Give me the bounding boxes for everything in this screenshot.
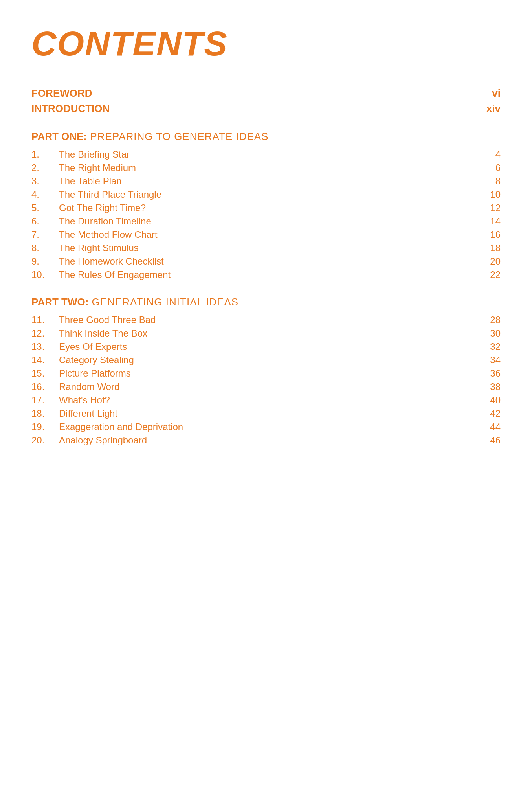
part-2-header: PART TWO: GENERATING INITIAL IDEAS (31, 296, 501, 308)
entry-left: 6.The Duration Timeline (31, 216, 477, 227)
entry-title: The Right Medium (59, 162, 136, 173)
entry-left: 20.Analogy Springboard (31, 435, 477, 446)
entry-left: 1.The Briefing Star (31, 149, 477, 160)
entry-number: 7. (31, 229, 59, 240)
entry-left: 10.The Rules Of Engagement (31, 269, 477, 280)
table-row: 1.The Briefing Star4 (31, 149, 501, 160)
foreword-page: vi (492, 87, 501, 99)
entry-number: 1. (31, 149, 59, 160)
part-2-section: PART TWO: GENERATING INITIAL IDEAS11.Thr… (31, 296, 501, 446)
entry-page: 12 (485, 202, 501, 213)
part-1-header: PART ONE: PREPARING TO GENERATE IDEAS (31, 131, 501, 143)
entry-left: 16.Random Word (31, 381, 477, 392)
entry-left: 3.The Table Plan (31, 176, 477, 187)
entry-title: What's Hot? (59, 395, 110, 406)
entry-page: 36 (485, 368, 501, 379)
entry-page: 42 (485, 408, 501, 419)
foreword-label: FOREWORD (31, 87, 92, 99)
entry-page: 18 (485, 243, 501, 254)
introduction-row: INTRODUCTION xiv (31, 103, 501, 115)
entry-page: 46 (485, 435, 501, 446)
entry-page: 38 (485, 381, 501, 392)
entry-page: 16 (485, 229, 501, 240)
table-row: 13.Eyes Of Experts32 (31, 341, 501, 352)
entry-left: 18.Different Light (31, 408, 477, 419)
entry-left: 12.Think Inside The Box (31, 328, 477, 339)
entry-number: 8. (31, 243, 59, 254)
part-1-label: PART ONE: PREPARING TO GENERATE IDEAS (31, 131, 268, 142)
parts-container: PART ONE: PREPARING TO GENERATE IDEAS1.T… (31, 131, 501, 446)
entry-number: 16. (31, 381, 59, 392)
entry-title: The Homework Checklist (59, 256, 164, 267)
table-row: 11.Three Good Three Bad28 (31, 314, 501, 326)
entry-page: 22 (485, 269, 501, 280)
table-row: 2.The Right Medium6 (31, 162, 501, 173)
entry-page: 6 (485, 162, 501, 173)
table-row: 14.Category Stealing34 (31, 355, 501, 366)
entry-number: 20. (31, 435, 59, 446)
entry-number: 11. (31, 314, 59, 326)
table-row: 5.Got The Right Time?12 (31, 202, 501, 213)
entry-left: 7.The Method Flow Chart (31, 229, 477, 240)
table-row: 3.The Table Plan8 (31, 176, 501, 187)
entry-left: 14.Category Stealing (31, 355, 477, 366)
entry-title: Picture Platforms (59, 368, 131, 379)
entry-left: 15.Picture Platforms (31, 368, 477, 379)
entry-number: 10. (31, 269, 59, 280)
entry-number: 4. (31, 189, 59, 200)
entry-page: 30 (485, 328, 501, 339)
entry-title: The Third Place Triangle (59, 189, 161, 200)
entry-left: 2.The Right Medium (31, 162, 477, 173)
entry-page: 14 (485, 216, 501, 227)
entry-title: The Rules Of Engagement (59, 269, 171, 280)
table-row: 6.The Duration Timeline14 (31, 216, 501, 227)
entry-number: 13. (31, 341, 59, 352)
entry-title: Got The Right Time? (59, 202, 146, 213)
table-row: 16.Random Word38 (31, 381, 501, 392)
entry-title: The Table Plan (59, 176, 122, 187)
table-row: 7.The Method Flow Chart16 (31, 229, 501, 240)
entry-title: The Right Stimulus (59, 243, 139, 254)
entry-number: 3. (31, 176, 59, 187)
table-row: 4.The Third Place Triangle10 (31, 189, 501, 200)
entry-page: 32 (485, 341, 501, 352)
entry-page: 10 (485, 189, 501, 200)
entry-title: Random Word (59, 381, 119, 392)
table-row: 18.Different Light42 (31, 408, 501, 419)
entry-title: Category Stealing (59, 355, 134, 366)
entry-page: 20 (485, 256, 501, 267)
entry-page: 44 (485, 421, 501, 432)
table-row: 10.The Rules Of Engagement22 (31, 269, 501, 280)
entry-number: 6. (31, 216, 59, 227)
entry-left: 4.The Third Place Triangle (31, 189, 477, 200)
table-row: 17.What's Hot?40 (31, 395, 501, 406)
part-2-entries: 11.Three Good Three Bad2812.Think Inside… (31, 314, 501, 446)
entry-title: Different Light (59, 408, 117, 419)
table-row: 8.The Right Stimulus18 (31, 243, 501, 254)
entry-page: 34 (485, 355, 501, 366)
part-2-label: PART TWO: GENERATING INITIAL IDEAS (31, 296, 238, 308)
page-title: CONTENTS (31, 24, 501, 64)
table-row: 20.Analogy Springboard46 (31, 435, 501, 446)
entry-page: 28 (485, 314, 501, 326)
entry-left: 5.Got The Right Time? (31, 202, 477, 213)
entry-left: 19.Exaggeration and Deprivation (31, 421, 477, 432)
entry-number: 2. (31, 162, 59, 173)
entry-title: Exaggeration and Deprivation (59, 421, 183, 432)
entry-title: The Method Flow Chart (59, 229, 158, 240)
entry-title: Three Good Three Bad (59, 314, 156, 326)
introduction-label: INTRODUCTION (31, 103, 110, 115)
foreword-row: FOREWORD vi (31, 87, 501, 99)
table-row: 9.The Homework Checklist20 (31, 256, 501, 267)
table-row: 15.Picture Platforms36 (31, 368, 501, 379)
entry-number: 9. (31, 256, 59, 267)
part-1-section: PART ONE: PREPARING TO GENERATE IDEAS1.T… (31, 131, 501, 280)
introduction-page: xiv (486, 103, 501, 115)
entry-left: 9.The Homework Checklist (31, 256, 477, 267)
entry-number: 17. (31, 395, 59, 406)
entry-page: 8 (485, 176, 501, 187)
entry-number: 14. (31, 355, 59, 366)
entry-number: 15. (31, 368, 59, 379)
entry-number: 18. (31, 408, 59, 419)
entry-left: 8.The Right Stimulus (31, 243, 477, 254)
